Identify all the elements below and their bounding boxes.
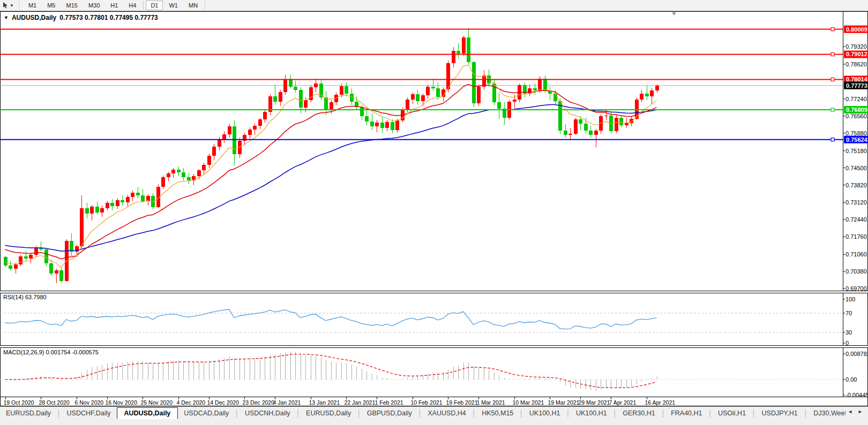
svg-text:0: 0 [845,340,849,346]
axis-label-0.75624: 0.75624 [844,136,868,143]
tab-separator: │ [519,409,523,417]
tab-scroll-left-icon[interactable]: ◄ [848,409,852,414]
svg-text:0.72440: 0.72440 [845,216,867,223]
chart-tab-1-USDCHFDaily[interactable]: USDCHF,Daily [61,408,117,419]
tab-separator: │ [57,409,61,417]
tab-separator: │ [752,409,756,417]
timeframe-button-H4[interactable]: H4 [124,1,141,10]
svg-text:0.77773: 0.77773 [846,82,867,89]
chart-canvas[interactable]: 0.793200.786200.772400.765600.758800.751… [0,11,868,406]
svg-text:0.79320: 0.79320 [845,43,867,50]
svg-text:6 Nov 2020: 6 Nov 2020 [75,399,104,406]
svg-text:100: 100 [845,296,855,302]
svg-text:22 Jan 2021: 22 Jan 2021 [345,399,376,406]
svg-text:0.80009: 0.80009 [846,26,867,33]
hline-handle[interactable] [831,52,834,56]
chart-tab-12-FRA40H1[interactable]: FRA40,H1 [665,408,708,419]
svg-text:0.76560: 0.76560 [845,113,867,119]
timeframe-button-D1[interactable]: D1 [146,1,163,10]
timeframe-button-M30[interactable]: M30 [84,1,104,10]
svg-text:0.73120: 0.73120 [845,199,867,206]
svg-text:14 Dec 2020: 14 Dec 2020 [207,399,240,406]
hline-handle[interactable] [831,28,834,31]
svg-text:0.74500: 0.74500 [845,165,867,171]
svg-text:0.008782: 0.008782 [845,351,868,357]
svg-text:19 Feb 2021: 19 Feb 2021 [446,399,478,406]
svg-text:10 Mar 2021: 10 Mar 2021 [513,399,544,406]
tab-separator: │ [418,409,422,417]
svg-text:30: 30 [845,329,852,336]
chart-tab-7-XAUUSDH4[interactable]: XAUUSD,H4 [422,408,472,419]
chart-window: 0.793200.786200.772400.765600.758800.751… [0,11,868,406]
svg-text:0.73820: 0.73820 [845,182,867,188]
svg-text:0.76809: 0.76809 [846,107,867,113]
svg-text:0.75624: 0.75624 [846,136,868,143]
tab-separator: │ [708,409,713,417]
svg-text:0.71060: 0.71060 [845,251,867,257]
tab-separator: │ [804,409,808,417]
tab-separator: │ [661,409,665,417]
svg-text:0.00: 0.00 [845,376,857,383]
tab-scroll-right-icon[interactable]: ► [858,409,863,414]
chart-tab-10-UK100H1[interactable]: UK100,H1 [570,408,613,419]
svg-text:0.71760: 0.71760 [845,233,867,240]
toolbar-grip[interactable] [18,2,21,9]
svg-text:29 Mar 2021: 29 Mar 2021 [579,399,610,406]
chart-tab-11-GER30H1[interactable]: GER30,H1 [617,408,661,419]
timeframe-button-M5[interactable]: M5 [42,1,60,10]
chart-tab-6-GBPUSDDaily[interactable]: GBPUSD,Daily [361,408,418,419]
mouse-pointer-icon [2,2,9,9]
tab-scroll-arrows: ◄ ► [845,407,868,414]
chart-tab-8-HK50M15[interactable]: HK50,M15 [476,408,519,419]
svg-text:4 Dec 2020: 4 Dec 2020 [177,399,206,406]
svg-text:19 Oct 2020: 19 Oct 2020 [4,399,34,406]
timeframe-button-M1[interactable]: M1 [24,1,41,10]
axis-label-0.80009: 0.80009 [844,26,868,33]
chart-tab-3-USDCADDaily[interactable]: USDCAD,Daily [178,408,235,419]
hline-handle[interactable] [831,78,834,81]
svg-text:10 Feb 2021: 10 Feb 2021 [411,399,443,406]
timeframe-button-MN[interactable]: MN [184,1,203,10]
hline-handle[interactable] [831,138,834,141]
toolbar-separator [205,1,205,10]
axis-label-0.76809: 0.76809 [844,106,868,113]
chart-tab-13-USOilH1[interactable]: USOil,H1 [712,408,752,419]
timeframe-button-W1[interactable]: W1 [164,1,183,10]
svg-text:4 Jan 2021: 4 Jan 2021 [273,399,301,406]
chart-tab-2-AUDUSDDaily[interactable]: AUDUSD,Daily [117,407,178,419]
svg-text:16 Apr 2021: 16 Apr 2021 [645,399,676,406]
chart-tab-bar: EURUSD,Daily│USDCHF,DailyAUDUSD,DailyUSD… [0,406,868,425]
chart-tab-9-UK100H1[interactable]: UK100,H1 [523,408,566,419]
svg-text:0.78620: 0.78620 [845,61,867,67]
chart-tab-14-USDJPYH1[interactable]: USDJPY,H1 [756,408,804,419]
hline-handle[interactable] [831,108,834,111]
svg-text:16 Nov 2020: 16 Nov 2020 [106,399,138,406]
svg-text:0.79012: 0.79012 [846,51,867,57]
svg-text:28 Oct 2020: 28 Oct 2020 [39,399,70,406]
timeframe-button-H1[interactable]: H1 [106,1,123,10]
svg-text:25 Nov 2020: 25 Nov 2020 [141,399,173,406]
svg-text:1 Mar 2021: 1 Mar 2021 [477,399,505,406]
svg-text:0.75880: 0.75880 [845,130,867,136]
axis-label-0.79012: 0.79012 [844,50,868,58]
svg-text:19 Mar 2021: 19 Mar 2021 [548,399,580,406]
svg-text:13 Jan 2021: 13 Jan 2021 [309,399,340,406]
chart-tab-4-USDCNHDaily[interactable]: USDCNH,Daily [239,408,296,419]
svg-text:70: 70 [845,310,852,316]
svg-text:0.77240: 0.77240 [845,96,867,102]
svg-text:7 Apr 2021: 7 Apr 2021 [609,399,637,406]
chart-tab-0-EURUSDDaily[interactable]: EURUSD,Daily [0,408,57,419]
chart-tab-5-EURUSDDaily[interactable]: EURUSD,Daily [300,408,357,419]
toolbar-separator [143,1,144,10]
svg-text:0.75180: 0.75180 [845,148,867,154]
chart-tab-15-DJ30Weekly[interactable]: DJ30,Weekly [807,408,845,419]
tab-separator: │ [357,409,361,417]
dropdown-caret-icon: ▼ [10,3,14,8]
timeframe-toolbar: ▼ M1M5M15M30H1H4D1W1MN [0,0,868,11]
timeframe-button-M15[interactable]: M15 [61,1,82,10]
cursor-tool-button[interactable]: ▼ [0,0,16,11]
svg-text:-0.004451: -0.004451 [845,392,868,398]
svg-text:23 Dec 2020: 23 Dec 2020 [243,399,275,406]
current-price-axis-label: 0.77773 [844,82,868,89]
svg-text:0.70380: 0.70380 [845,268,867,275]
